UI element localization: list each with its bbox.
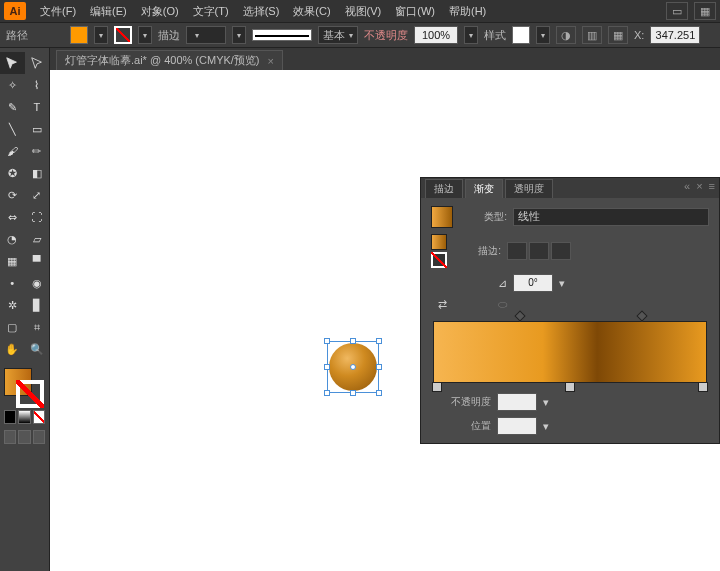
x-coord[interactable]: 347.251 <box>650 26 700 44</box>
var-width-profile[interactable]: ▾ <box>232 26 246 44</box>
shape-builder-tool[interactable]: ◔ <box>0 228 25 250</box>
menu-select[interactable]: 选择(S) <box>237 2 286 21</box>
stop-location-dropdown[interactable]: ▾ <box>543 420 557 433</box>
tab-gradient[interactable]: 渐变 <box>465 179 503 198</box>
blob-brush-tool[interactable]: ✪ <box>0 162 25 184</box>
brush-def[interactable]: 基本▾ <box>318 26 358 44</box>
opacity-value[interactable]: 100% <box>414 26 458 44</box>
recolor-icon[interactable]: ◑ <box>556 26 576 44</box>
menu-help[interactable]: 帮助(H) <box>443 2 492 21</box>
gradient-tool[interactable]: ▀ <box>25 250 50 272</box>
menu-file[interactable]: 文件(F) <box>34 2 82 21</box>
stop-opacity-dropdown[interactable]: ▾ <box>543 396 557 409</box>
lasso-tool[interactable]: ⌇ <box>25 74 50 96</box>
stroke-weight[interactable]: ▾ <box>186 26 226 44</box>
handle-tl[interactable] <box>324 338 330 344</box>
free-transform-tool[interactable]: ⛶ <box>25 206 50 228</box>
gradient-preview-swatch[interactable] <box>431 206 453 228</box>
layout-icon[interactable]: ▭ <box>666 2 688 20</box>
stroke-mode-1[interactable] <box>507 242 527 260</box>
width-tool[interactable]: ⇔ <box>0 206 25 228</box>
gradient-stroke-swatch[interactable] <box>431 252 447 268</box>
pen-tool[interactable]: ✎ <box>0 96 25 118</box>
menu-type[interactable]: 文字(T) <box>187 2 235 21</box>
panel-close-icon[interactable]: × <box>696 180 702 192</box>
opacity-dropdown[interactable]: ▾ <box>464 26 478 44</box>
stroke-swatch[interactable] <box>114 26 132 44</box>
fill-stroke-indicator[interactable] <box>0 366 49 406</box>
color-stop-2[interactable] <box>565 382 575 392</box>
angle-input[interactable]: 0° <box>513 274 553 292</box>
fill-swatch[interactable] <box>70 26 88 44</box>
menu-object[interactable]: 对象(O) <box>135 2 185 21</box>
reverse-gradient-icon[interactable]: ⇄ <box>431 298 453 311</box>
angle-dropdown[interactable]: ▾ <box>559 277 573 290</box>
draw-inside-icon[interactable] <box>33 430 45 444</box>
menu-effect[interactable]: 效果(C) <box>287 2 336 21</box>
tab-transparency[interactable]: 透明度 <box>505 179 553 198</box>
eyedropper-tool[interactable]: ⦁ <box>0 272 25 294</box>
symbol-sprayer-tool[interactable]: ✲ <box>0 294 25 316</box>
center-point[interactable] <box>350 364 356 370</box>
close-tab-icon[interactable]: × <box>268 55 274 67</box>
stroke-box[interactable] <box>16 380 44 408</box>
handle-bl[interactable] <box>324 390 330 396</box>
menu-window[interactable]: 窗口(W) <box>389 2 441 21</box>
stop-opacity-input[interactable] <box>497 393 537 411</box>
graph-tool[interactable]: ▊ <box>25 294 50 316</box>
color-mode-icon[interactable] <box>4 410 16 424</box>
style-swatch[interactable] <box>512 26 530 44</box>
paintbrush-tool[interactable]: 🖌 <box>0 140 25 162</box>
gradient-panel[interactable]: 描边 渐变 透明度 « × ≡ 类型: 线性 描边: <box>420 177 720 444</box>
none-mode-icon[interactable] <box>33 410 45 424</box>
handle-mr[interactable] <box>376 364 382 370</box>
draw-behind-icon[interactable] <box>18 430 30 444</box>
handle-tm[interactable] <box>350 338 356 344</box>
gradient-type-select[interactable]: 线性 <box>513 208 709 226</box>
artboard-tool[interactable]: ▢ <box>0 316 25 338</box>
hand-tool[interactable]: ✋ <box>0 338 25 360</box>
draw-normal-icon[interactable] <box>4 430 16 444</box>
document-tab[interactable]: 灯管字体临摹.ai* @ 400% (CMYK/预览) × <box>56 50 283 70</box>
selection-tool[interactable] <box>0 52 25 74</box>
stroke-mode-2[interactable] <box>529 242 549 260</box>
selected-object[interactable] <box>327 341 379 393</box>
handle-tr[interactable] <box>376 338 382 344</box>
menu-view[interactable]: 视图(V) <box>339 2 388 21</box>
blend-tool[interactable]: ◉ <box>25 272 50 294</box>
align-icon[interactable]: ▥ <box>582 26 602 44</box>
direct-selection-tool[interactable] <box>25 52 50 74</box>
perspective-tool[interactable]: ▱ <box>25 228 50 250</box>
midpoint-diamond-2[interactable] <box>636 310 647 321</box>
gradient-mode-icon[interactable] <box>18 410 30 424</box>
tab-stroke[interactable]: 描边 <box>425 179 463 198</box>
arrange-icon[interactable]: ▦ <box>694 2 716 20</box>
rectangle-tool[interactable]: ▭ <box>25 118 50 140</box>
panel-menu-icon[interactable]: ≡ <box>709 180 715 192</box>
color-stop-3[interactable] <box>698 382 708 392</box>
rotate-tool[interactable]: ⟳ <box>0 184 25 206</box>
midpoint-diamond-1[interactable] <box>514 310 525 321</box>
panel-collapse-icon[interactable]: « <box>684 180 690 192</box>
scale-tool[interactable]: ⤢ <box>25 184 50 206</box>
type-tool[interactable]: T <box>25 96 50 118</box>
stroke-dropdown[interactable]: ▾ <box>138 26 152 44</box>
line-tool[interactable]: ╲ <box>0 118 25 140</box>
gradient-ramp[interactable] <box>433 321 707 383</box>
magic-wand-tool[interactable]: ✧ <box>0 74 25 96</box>
gradient-fill-swatch[interactable] <box>431 234 447 250</box>
handle-bm[interactable] <box>350 390 356 396</box>
slice-tool[interactable]: ⌗ <box>25 316 50 338</box>
pencil-tool[interactable]: ✏ <box>25 140 50 162</box>
menu-edit[interactable]: 编辑(E) <box>84 2 133 21</box>
stroke-mode-3[interactable] <box>551 242 571 260</box>
stop-location-input[interactable] <box>497 417 537 435</box>
handle-br[interactable] <box>376 390 382 396</box>
handle-ml[interactable] <box>324 364 330 370</box>
transform-icon[interactable]: ▦ <box>608 26 628 44</box>
color-stop-1[interactable] <box>432 382 442 392</box>
eraser-tool[interactable]: ◧ <box>25 162 50 184</box>
fill-dropdown[interactable]: ▾ <box>94 26 108 44</box>
style-dropdown[interactable]: ▾ <box>536 26 550 44</box>
mesh-tool[interactable]: ▦ <box>0 250 25 272</box>
